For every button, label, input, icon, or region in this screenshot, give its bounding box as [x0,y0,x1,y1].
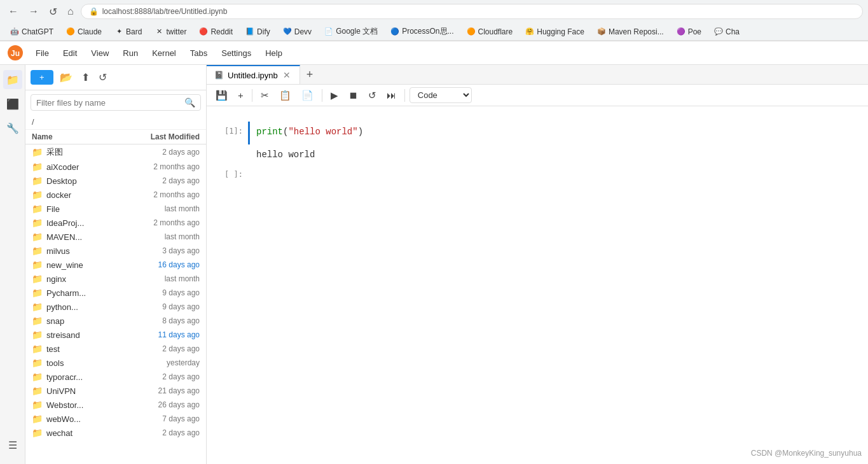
list-item[interactable]: 📁 streisand 11 days ago [25,328,206,342]
stop-button[interactable]: ⏹ [345,88,362,102]
folder-icon: 📁 [32,414,43,424]
file-modified: last month [165,204,200,213]
list-item[interactable]: 📁 Pycharm... 9 days ago [25,286,206,300]
list-item[interactable]: 📁 File last month [25,202,206,216]
running-icon[interactable]: ⬛ [3,94,22,113]
svg-text:Ju: Ju [11,49,20,58]
string-hello-world: "hello world" [288,127,357,137]
run-all-button[interactable]: ⏭ [383,88,400,102]
new-button[interactable]: + [31,70,53,85]
menu-item-tabs[interactable]: Tabs [184,46,214,60]
list-item[interactable]: 📁 new_wine 16 days ago [25,258,206,272]
list-item[interactable]: 📁 python... 9 days ago [25,300,206,314]
folder-icon: 📁 [32,400,43,410]
bookmark-item[interactable]: ✦Bard [109,26,147,38]
menu-item-view[interactable]: View [85,46,115,60]
upload-button[interactable]: ⬆ [79,69,92,86]
file-name: streisand [46,330,158,340]
list-item[interactable]: 📁 MAVEN... last month [25,230,206,244]
search-input[interactable] [36,98,184,108]
list-item[interactable]: 📁 tools yesterday [25,356,206,370]
bookmark-icon: 🟣 [677,27,685,36]
bookmark-item[interactable]: 🟠Claude [61,26,107,38]
bookmark-item[interactable]: 📦Maven Reposi... [592,26,669,38]
bookmark-icon: 📦 [597,27,606,36]
bookmark-icon: 🔵 [390,27,399,36]
list-item[interactable]: 📁 webWo... 7 days ago [25,412,206,426]
cell-2-body[interactable] [248,165,868,188]
refresh-files-button[interactable]: ↺ [96,69,109,86]
save-button[interactable]: 💾 [212,88,231,103]
refresh-button[interactable]: ↺ [46,4,60,19]
list-item[interactable]: 📁 snap 8 days ago [25,314,206,328]
run-button[interactable]: ▶ [327,88,342,103]
paste-button[interactable]: 📄 [298,88,317,103]
home-button[interactable]: ⌂ [64,4,77,18]
add-cell-button[interactable]: + [234,88,247,102]
bookmark-item[interactable]: ✕twitter [149,26,191,38]
bookmark-item[interactable]: 📄Google 文档 [319,25,383,38]
file-name: webWo... [46,414,162,424]
cut-button[interactable]: ✂ [257,88,273,103]
search-box[interactable]: 🔍 [31,94,201,111]
bookmark-icon: 🟠 [467,27,476,36]
file-name: new_wine [46,260,158,270]
cell-1-body[interactable]: print("hello world") [248,122,868,144]
debug-icon[interactable]: ☰ [3,435,22,454]
bookmark-item[interactable]: 🟠Cloudflare [462,26,518,38]
list-item[interactable]: 📁 IdeaProj... 2 months ago [25,216,206,230]
extension-icon[interactable]: 🔧 [3,118,22,137]
list-item[interactable]: 📁 test 2 days ago [25,342,206,356]
file-list-header[interactable]: Name Last Modified [25,130,206,144]
back-button[interactable]: ← [5,4,22,18]
file-name: python... [46,302,162,312]
list-item[interactable]: 📁 Desktop 2 days ago [25,174,206,188]
bookmark-label: Bard [126,27,142,36]
menu-item-help[interactable]: Help [259,46,289,60]
list-item[interactable]: 📁 typoracr... 2 days ago [25,370,206,384]
folder-button[interactable]: 📂 [57,69,75,86]
copy-button[interactable]: 📋 [275,88,295,103]
url-text: localhost:8888/lab/tree/Untitled.ipynb [102,7,228,16]
cell-2-input[interactable] [248,165,868,188]
add-tab-button[interactable]: + [300,66,320,84]
list-item[interactable]: 📁 wechat 2 days ago [25,426,206,440]
menu-item-file[interactable]: File [29,46,55,60]
bookmark-item[interactable]: 💙Devv [278,26,317,38]
bookmark-item[interactable]: 📘Dify [240,26,275,38]
cell-2[interactable]: [ ]: [207,165,868,188]
lock-icon: 🔒 [89,7,99,16]
menu-bar: Ju FileEditViewRunKernelTabsSettingsHelp [0,41,868,65]
list-item[interactable]: 📁 nginx last month [25,272,206,286]
bookmark-item[interactable]: 🟣Poe [672,26,706,38]
folder-icon: 📁 [32,330,43,340]
cell-type-select[interactable]: Code Markdown Raw [410,87,472,103]
list-item[interactable]: 📁 UniVPN 21 days ago [25,384,206,398]
menu-item-run[interactable]: Run [116,46,144,60]
list-item[interactable]: 📁 Webstor... 26 days ago [25,398,206,412]
folder-icon: 📁 [32,176,43,186]
restart-button[interactable]: ↺ [364,88,380,103]
name-column-header: Name [32,132,151,141]
address-bar[interactable]: 🔒 localhost:8888/lab/tree/Untitled.ipynb [81,4,863,19]
forward-button[interactable]: → [25,4,42,18]
tab-close-button[interactable]: ✕ [282,70,292,80]
list-item[interactable]: 📁 采图 2 days ago [25,144,206,160]
bookmark-item[interactable]: 💬Cha [709,26,745,38]
cell-1-input[interactable]: print("hello world") [248,122,868,144]
bookmark-item[interactable]: 🤖ChatGPT [5,26,59,38]
list-item[interactable]: 📁 aiXcoder 2 months ago [25,160,206,174]
file-name: IdeaProj... [46,218,153,228]
notebook-tab[interactable]: 📓 Untitled.ipynb ✕ [207,65,300,84]
menu-item-kernel[interactable]: Kernel [146,46,183,60]
bookmark-item[interactable]: 🤗Hugging Face [520,26,589,38]
cell-1[interactable]: [1]: print("hello world") [207,122,868,144]
menu-item-edit[interactable]: Edit [57,46,83,60]
notebook-tab-icon: 📓 [214,71,224,80]
folder-icon[interactable]: 📁 [3,70,22,89]
menu-item-settings[interactable]: Settings [215,46,258,60]
bookmark-item[interactable]: 🔴Reddit [194,26,238,38]
bookmark-item[interactable]: 🔵ProcessOn思... [385,25,458,38]
list-item[interactable]: 📁 docker 2 months ago [25,188,206,202]
list-item[interactable]: 📁 milvus 3 days ago [25,244,206,258]
